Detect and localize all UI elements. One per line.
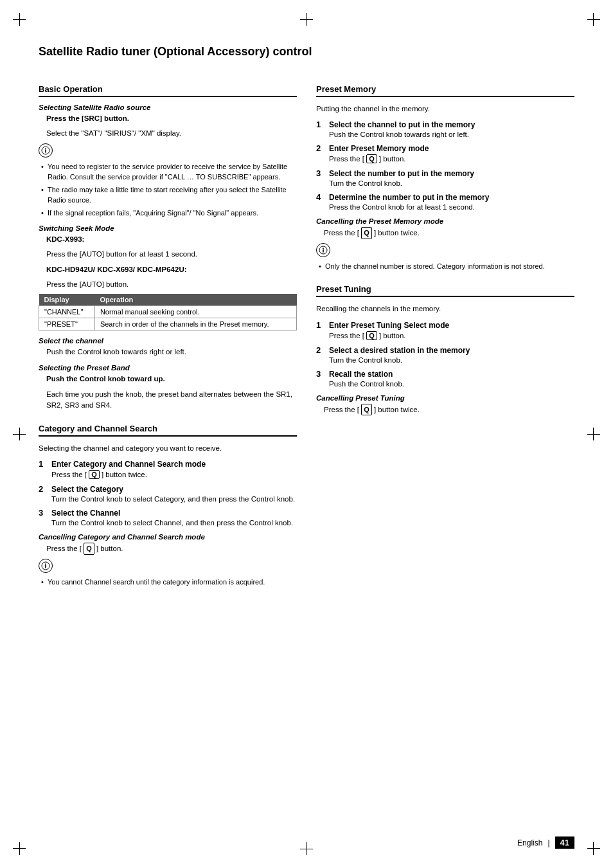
right-column: Preset Memory Putting the channel in the…	[316, 71, 574, 589]
pm-cancelling-block: Cancelling the Preset Memory mode Press …	[316, 217, 574, 271]
cat-step-3-title: Select the Channel	[51, 509, 120, 518]
pm-step-2-desc: Press the [ Q ] button.	[329, 154, 574, 163]
preset-tuning-section: Preset Tuning Recalling the channels in …	[316, 284, 574, 415]
source-bullet-2: The radio may take a little time to star…	[39, 185, 297, 206]
svg-rect-4	[45, 565, 46, 568]
category-channel-section: Category and Channel Search Selecting th…	[39, 424, 297, 587]
left-column: Basic Operation Selecting Satellite Radi…	[39, 71, 297, 589]
cat-step-1: 1 Enter Category and Channel Search mode…	[39, 459, 297, 479]
select-channel-step: Push the Control knob towards right or l…	[46, 347, 297, 357]
page-container: Satellite Radio tuner (Optional Accessor…	[0, 0, 613, 868]
corner-mark-bottom-left	[13, 836, 32, 855]
select-channel-subtitle: Select the channel	[39, 337, 297, 345]
cat-step-2-title: Select the Category	[51, 485, 123, 494]
cat-cancelling-block: Cancelling Category and Channel Search m…	[39, 533, 297, 587]
selecting-preset-band-block: Selecting the Preset Band Push the Contr…	[39, 364, 297, 411]
page-title: Satellite Radio tuner (Optional Accessor…	[39, 45, 574, 59]
selecting-source-icon-note	[39, 143, 297, 158]
preset-band-step1-desc: Each time you push the knob, the preset …	[46, 389, 297, 411]
page-number: 41	[555, 836, 574, 849]
basic-operation-title: Basic Operation	[39, 84, 297, 97]
q-button-pm2: Q	[366, 154, 377, 163]
svg-rect-1	[45, 149, 46, 152]
pm-step-3: 3 Select the number to put in the memory…	[316, 168, 574, 187]
footer-language: English	[517, 838, 542, 847]
kdc-x993-step: Press the [AUTO] button for at least 1 s…	[46, 249, 297, 260]
selecting-preset-band-subtitle: Selecting the Preset Band	[39, 364, 297, 372]
corner-mark-top-left	[13, 13, 32, 32]
q-button-1: Q	[89, 470, 100, 479]
source-bullet-1: You need to register to the service prov…	[39, 161, 297, 183]
pm-step-1-desc: Push the Control knob towards right or l…	[329, 131, 574, 138]
selecting-source-step1-desc: Select the "SAT"/ "SIRIUS"/ "XM" display…	[46, 128, 297, 139]
pm-step-2-title: Enter Preset Memory mode	[329, 144, 429, 153]
kdc-hd-step: Press the [AUTO] button.	[46, 279, 297, 290]
cat-cancelling-subtitle: Cancelling Category and Channel Search m…	[39, 533, 297, 541]
cat-step-3-desc: Turn the Control knob to select Channel,…	[51, 519, 297, 527]
page-footer: English | 41	[517, 836, 574, 849]
table-cell-display-2: "PRESET"	[39, 318, 95, 330]
two-column-layout: Basic Operation Selecting Satellite Radi…	[39, 71, 574, 589]
pt-step-3-number: 3	[316, 369, 326, 379]
kdc-x993-label: KDC-X993:	[46, 234, 297, 245]
basic-operation-section: Basic Operation Selecting Satellite Radi…	[39, 84, 297, 411]
pm-step-1-number: 1	[316, 120, 326, 129]
pm-cancel-bullet: Only the channel number is stored. Categ…	[316, 261, 574, 272]
pm-step-4-desc: Press the Control knob for at least 1 se…	[329, 203, 574, 211]
source-bullet-3: If the signal reception fails, "Acquirin…	[39, 208, 297, 219]
cat-step-3: 3 Select the Channel Turn the Control kn…	[39, 508, 297, 527]
pt-step-2-number: 2	[316, 345, 326, 355]
preset-band-step1-bold: Push the Control knob toward up.	[46, 374, 297, 384]
pt-step-1-desc: Press the [ Q ] button.	[329, 331, 574, 340]
center-mark-bottom	[300, 842, 313, 855]
pt-cancelling-subtitle: Cancelling Preset Tuning	[316, 394, 574, 402]
table-cell-op-2: Search in order of the channels in the P…	[94, 318, 296, 330]
q-button-pt1: Q	[366, 331, 377, 340]
corner-mark-top-right	[581, 13, 600, 32]
q-button-pm-cancel: Q	[361, 227, 372, 239]
svg-rect-7	[323, 249, 324, 252]
pm-step-2-number: 2	[316, 143, 326, 153]
table-cell-display-1: "CHANNEL"	[39, 306, 95, 318]
selecting-source-bullets: You need to register to the service prov…	[39, 161, 297, 219]
cat-step-2: 2 Select the Category Turn the Control k…	[39, 484, 297, 503]
pt-step-2: 2 Select a desired station in the memory…	[316, 345, 574, 364]
info-icon-2	[39, 559, 53, 573]
pt-step-2-desc: Turn the Control knob.	[329, 356, 574, 364]
pm-step-4-title: Determine the number to put in the memor…	[329, 193, 489, 202]
pm-cancelling-subtitle: Cancelling the Preset Memory mode	[316, 217, 574, 225]
switching-seek-block: Switching Seek Mode KDC-X993: Press the …	[39, 224, 297, 330]
preset-memory-section: Preset Memory Putting the channel in the…	[316, 84, 574, 271]
pt-step-1: 1 Enter Preset Tuning Select mode Press …	[316, 320, 574, 340]
pt-step-3-title: Recall the station	[329, 370, 393, 379]
cat-step-1-desc: Press the [ Q ] button twice.	[51, 470, 297, 479]
info-icon-1	[39, 143, 53, 158]
selecting-source-block: Selecting Satellite Radio source Press t…	[39, 104, 297, 218]
pm-step-1: 1 Select the channel to put in the memor…	[316, 120, 574, 138]
cat-note-icon	[39, 559, 297, 573]
center-mark-top	[300, 13, 313, 26]
pm-step-4-number: 4	[316, 192, 326, 202]
cat-step-2-desc: Turn the Control knob to select Category…	[51, 495, 297, 503]
svg-rect-8	[323, 248, 324, 249]
pt-cancelling-block: Cancelling Preset Tuning Press the [ Q ]…	[316, 394, 574, 416]
kdc-hd-label: KDC-HD942U/ KDC-X693/ KDC-MP642U:	[46, 264, 297, 275]
pm-step-3-desc: Turn the Control knob.	[329, 179, 574, 187]
cat-step-3-number: 3	[39, 508, 49, 518]
selecting-source-subtitle: Selecting Satellite Radio source	[39, 104, 297, 111]
pm-step-1-title: Select the channel to put in the memory	[329, 120, 475, 129]
selecting-source-step1-bold: Press the [SRC] button.	[46, 113, 297, 124]
table-row: "PRESET" Search in order of the channels…	[39, 318, 297, 330]
q-button-pt-cancel: Q	[361, 404, 372, 416]
footer-divider: |	[547, 838, 549, 847]
preset-memory-title: Preset Memory	[316, 84, 574, 97]
pm-step-3-number: 3	[316, 168, 326, 178]
pm-step-3-title: Select the number to put in the memory	[329, 169, 474, 178]
pt-step-1-number: 1	[316, 320, 326, 330]
svg-rect-5	[45, 563, 46, 565]
pt-step-2-title: Select a desired station in the memory	[329, 346, 470, 355]
info-icon-3	[316, 243, 330, 257]
preset-tuning-title: Preset Tuning	[316, 284, 574, 297]
preset-memory-intro: Putting the channel in the memory.	[316, 104, 574, 114]
switching-seek-subtitle: Switching Seek Mode	[39, 224, 297, 232]
